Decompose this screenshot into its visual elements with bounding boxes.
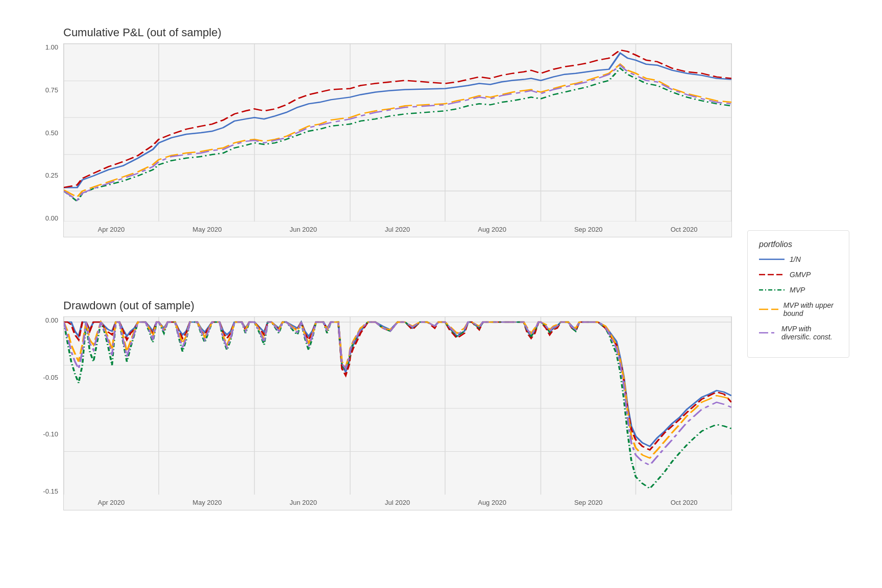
bottom-x-label-aug: Aug 2020 (478, 499, 506, 506)
svg-rect-0 (64, 44, 731, 222)
top-x-label-apr: Apr 2020 (98, 226, 125, 233)
legend-label-mvp-ub: MVP with upper bound (783, 301, 838, 317)
bottom-x-label-oct: Oct 2020 (671, 499, 698, 506)
y-label-1-00: 1.00 (45, 43, 58, 51)
bottom-x-label-jul: Jul 2020 (385, 499, 410, 506)
top-x-label-may: May 2020 (192, 226, 222, 233)
legend-item-gmvp: GMVP (759, 271, 838, 279)
y-label-0-50: 0.50 (45, 129, 58, 137)
main-container: Cumulative P&L (out of sample) 1.00 0.75… (33, 26, 849, 562)
bottom-chart-title: Drawdown (out of sample) (63, 299, 737, 312)
bottom-x-label-jun: Jun 2020 (289, 499, 317, 506)
y-label-dd-0: 0.00 (45, 316, 58, 324)
legend-label-1n: 1/N (790, 255, 801, 263)
legend-item-1n: 1/N (759, 255, 838, 263)
bottom-x-label-apr: Apr 2020 (98, 499, 125, 506)
legend-label-gmvp: GMVP (790, 271, 811, 279)
top-x-label-aug: Aug 2020 (478, 226, 506, 233)
legend-line-mvp (759, 286, 785, 293)
bottom-chart-wrapper: Drawdown (out of sample) 0.00 -0.05 -0.1… (33, 299, 737, 562)
top-x-label-sep: Sep 2020 (574, 226, 603, 233)
legend-line-mvp-ub (759, 306, 778, 313)
y-label-dd-015: -0.15 (43, 487, 58, 495)
top-x-label-jul: Jul 2020 (385, 226, 410, 233)
y-label-0-75: 0.75 (45, 86, 58, 94)
legend-line-1n (759, 256, 785, 263)
bottom-chart-svg (64, 317, 731, 495)
top-x-label-jun: Jun 2020 (289, 226, 317, 233)
bottom-x-label-may: May 2020 (192, 499, 222, 506)
legend-line-mvp-dc (759, 329, 776, 336)
top-chart-svg (64, 44, 731, 222)
top-chart-wrapper: Cumulative P&L (out of sample) 1.00 0.75… (33, 26, 737, 289)
legend-label-mvp-dc: MVP with diversific. const. (781, 325, 838, 341)
bottom-x-label-sep: Sep 2020 (574, 499, 603, 506)
legend-container: portfolios 1/N GMVP MVP (737, 230, 849, 358)
top-x-label-oct: Oct 2020 (671, 226, 698, 233)
y-label-0-25: 0.25 (45, 172, 58, 179)
legend-title: portfolios (759, 240, 838, 249)
charts-container: Cumulative P&L (out of sample) 1.00 0.75… (33, 26, 737, 562)
legend-item-mvp: MVP (759, 286, 838, 294)
y-label-dd-005: -0.05 (43, 374, 58, 381)
legend-item-mvp-ub: MVP with upper bound (759, 301, 838, 317)
top-chart-title: Cumulative P&L (out of sample) (63, 26, 737, 39)
legend-label-mvp: MVP (790, 286, 805, 294)
y-label-dd-010: -0.10 (43, 430, 58, 438)
legend-line-gmvp (759, 271, 785, 278)
legend-item-mvp-dc: MVP with diversific. const. (759, 325, 838, 341)
svg-rect-15 (64, 317, 731, 495)
y-label-0-00: 0.00 (45, 214, 58, 222)
